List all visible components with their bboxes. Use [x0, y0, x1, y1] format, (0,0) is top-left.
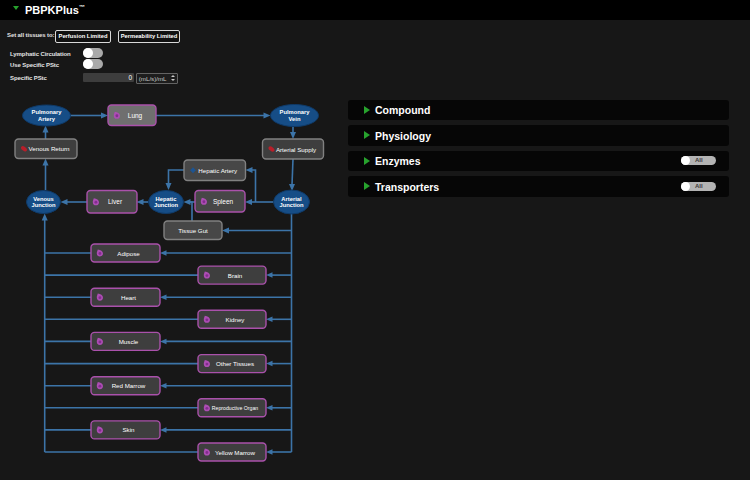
svg-text:Vein: Vein — [289, 116, 301, 122]
svg-text:Other Tissues: Other Tissues — [216, 360, 254, 367]
svg-text:Arterial: Arterial — [281, 196, 302, 202]
svg-text:Junction: Junction — [154, 202, 179, 208]
svg-text:Muscle: Muscle — [119, 338, 139, 345]
svg-text:Heart: Heart — [121, 294, 136, 301]
svg-text:Hepatic Artery: Hepatic Artery — [198, 167, 238, 174]
svg-text:Junction: Junction — [279, 202, 304, 208]
svg-text:Artery: Artery — [38, 116, 56, 122]
svg-text:Pulmonary: Pulmonary — [32, 109, 63, 115]
svg-text:Tissue Gut: Tissue Gut — [178, 227, 208, 234]
svg-text:Reproductive Organ: Reproductive Organ — [212, 405, 259, 411]
svg-text:Spleen: Spleen — [213, 198, 234, 206]
svg-text:Kidney: Kidney — [226, 316, 246, 323]
svg-text:Yellow Marrow: Yellow Marrow — [215, 449, 256, 456]
svg-text:Pulmonary: Pulmonary — [280, 109, 311, 115]
svg-text:Liver: Liver — [108, 198, 123, 205]
svg-text:Venous: Venous — [33, 196, 54, 202]
svg-text:Junction: Junction — [31, 202, 56, 208]
svg-text:Red Marrow: Red Marrow — [112, 382, 146, 389]
svg-text:Skin: Skin — [122, 426, 135, 433]
svg-text:Hepatic: Hepatic — [156, 196, 178, 202]
svg-text:Adipose: Adipose — [117, 250, 140, 257]
svg-text:Arterial Supply: Arterial Supply — [276, 146, 317, 153]
svg-text:Venous Return: Venous Return — [29, 145, 70, 152]
svg-text:Lung: Lung — [128, 112, 143, 120]
svg-text:Brain: Brain — [228, 272, 243, 279]
